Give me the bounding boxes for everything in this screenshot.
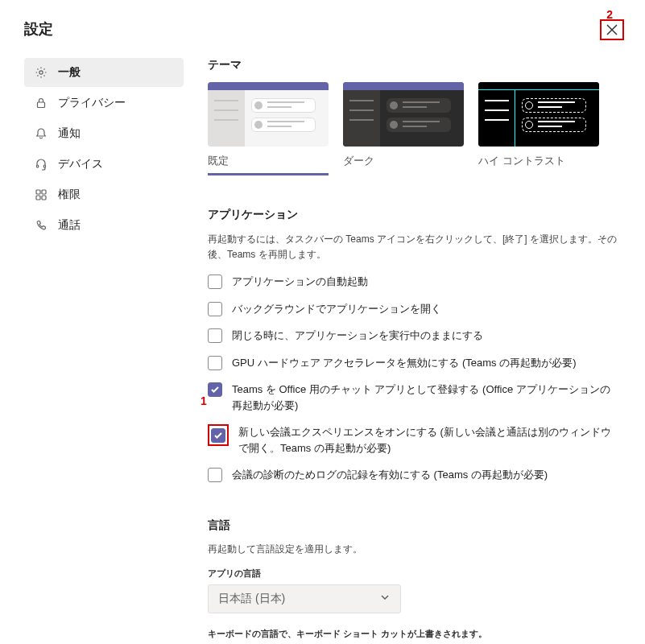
headset-icon	[34, 157, 48, 171]
apps-icon	[34, 188, 48, 202]
sidebar-item-devices[interactable]: デバイス	[24, 150, 184, 179]
theme-thumb-high-contrast	[478, 82, 599, 147]
theme-label: 既定	[208, 155, 229, 167]
dialog-title: 設定	[24, 19, 53, 39]
theme-dark[interactable]: ダーク	[343, 82, 464, 175]
svg-rect-4	[36, 190, 40, 194]
sidebar-item-label: デバイス	[58, 157, 103, 171]
sidebar-item-general[interactable]: 一般	[24, 58, 184, 87]
svg-point-0	[39, 71, 43, 74]
theme-label: ハイ コントラスト	[478, 155, 565, 167]
svg-rect-6	[36, 196, 40, 200]
checkbox-label: アプリケーションの自動起動	[232, 274, 368, 290]
theme-high-contrast[interactable]: ハイ コントラスト	[478, 82, 599, 175]
svg-rect-2	[37, 165, 39, 167]
language-description: 再起動して言語設定を適用します。	[208, 543, 618, 556]
svg-rect-1	[38, 102, 45, 108]
theme-heading: テーマ	[208, 58, 618, 72]
app-language-label: アプリの言語	[208, 568, 618, 580]
annotation-1: 1	[201, 394, 207, 407]
sidebar-item-privacy[interactable]: プライバシー	[24, 89, 184, 118]
checkbox-keep-running-on-close[interactable]	[208, 328, 222, 343]
sidebar-item-label: 権限	[58, 188, 81, 202]
application-description: 再起動するには、タスクバーの Teams アイコンを右クリックして、[終了] を…	[208, 232, 618, 262]
app-language-select[interactable]: 日本語 (日本)	[208, 584, 401, 613]
checkbox-label: 閉じる時に、アプリケーションを実行中のままにする	[232, 328, 483, 344]
checkbox-register-office-chat[interactable]	[208, 382, 222, 397]
close-icon	[606, 24, 618, 35]
sidebar-item-label: 通知	[58, 126, 81, 141]
keyboard-language-desc: キーボードの言語で、キーボード ショート カットが上書きされます。	[208, 628, 618, 640]
sidebar-item-notifications[interactable]: 通知	[24, 119, 184, 148]
close-button[interactable]	[600, 19, 624, 40]
svg-rect-7	[42, 196, 46, 200]
checkbox-auto-start[interactable]	[208, 275, 222, 289]
svg-rect-3	[43, 165, 45, 167]
language-heading: 言語	[208, 518, 618, 533]
bell-icon	[34, 126, 48, 141]
sidebar-item-label: 通話	[58, 218, 81, 233]
checkbox-open-background[interactable]	[208, 302, 222, 316]
chevron-down-icon	[379, 592, 391, 605]
annotation-2: 2	[606, 8, 613, 21]
sidebar-item-permissions[interactable]: 権限	[24, 180, 184, 209]
checkbox-label: 会議の診断のためログの記録を有効にする (Teams の再起動が必要)	[232, 467, 548, 483]
gear-icon	[34, 65, 48, 80]
settings-main: テーマ 既定	[208, 58, 618, 644]
app-language-value: 日本語 (日本)	[218, 592, 285, 606]
settings-dialog: 設定 2 一般 プライバシー 通	[0, 0, 645, 644]
checkbox-label: 新しい会議エクスペリエンスをオンにする (新しい会議と通話は別のウィンドウで開く…	[238, 424, 618, 456]
settings-sidebar: 一般 プライバシー 通知 デバイス	[24, 58, 184, 644]
checkbox-meeting-diagnostics-log[interactable]	[208, 468, 222, 482]
theme-label: ダーク	[343, 155, 374, 167]
theme-thumb-dark	[343, 82, 464, 147]
application-heading: アプリケーション	[208, 208, 618, 222]
phone-icon	[34, 218, 48, 233]
checkbox-new-meeting-experience[interactable]	[211, 428, 225, 443]
sidebar-item-calls[interactable]: 通話	[24, 211, 184, 240]
checkbox-disable-gpu[interactable]	[208, 356, 222, 370]
sidebar-item-label: プライバシー	[58, 96, 126, 110]
checkbox-label: バックグラウンドでアプリケーションを開く	[232, 301, 441, 317]
theme-default[interactable]: 既定	[208, 82, 329, 175]
checkbox-label: GPU ハードウェア アクセラレータを無効にする (Teams の再起動が必要)	[232, 355, 577, 371]
sidebar-item-label: 一般	[58, 65, 81, 80]
lock-icon	[34, 96, 48, 110]
svg-rect-5	[42, 190, 46, 194]
theme-thumb-default	[208, 82, 329, 147]
checkbox-label: Teams を Office 用のチャット アプリとして登録する (Office…	[232, 382, 618, 413]
